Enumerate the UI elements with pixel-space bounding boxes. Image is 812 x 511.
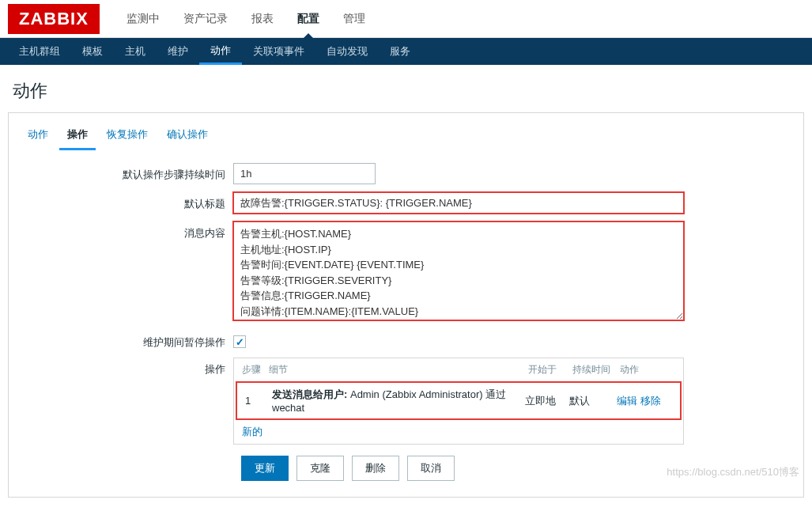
logo: ZABBIX bbox=[8, 4, 100, 34]
inner-tab[interactable]: 操作 bbox=[59, 121, 96, 150]
ops-row-start: 立即地 bbox=[525, 394, 569, 408]
delete-button[interactable]: 删除 bbox=[352, 456, 399, 481]
update-button[interactable]: 更新 bbox=[241, 456, 289, 481]
ops-row-step: 1 bbox=[245, 395, 272, 407]
clone-button[interactable]: 克隆 bbox=[296, 456, 344, 481]
inner-tab[interactable]: 确认操作 bbox=[159, 121, 216, 150]
top-nav-item[interactable]: 管理 bbox=[332, 1, 376, 37]
cancel-button[interactable]: 取消 bbox=[407, 456, 455, 481]
pause-label: 维护期间暂停操作 bbox=[20, 331, 233, 350]
ops-header-duration: 持续时间 bbox=[572, 363, 620, 377]
top-nav-item[interactable]: 资产记录 bbox=[172, 1, 239, 37]
inner-tab[interactable]: 恢复操作 bbox=[99, 121, 156, 150]
top-nav-item[interactable]: 监测中 bbox=[115, 1, 171, 37]
page-title: 动作 bbox=[0, 65, 812, 112]
duration-label: 默认操作步骤持续时间 bbox=[20, 163, 233, 182]
sub-nav: 主机群组模板主机维护动作关联项事件自动发现服务 bbox=[0, 38, 812, 65]
ops-table: 步骤 细节 开始于 持续时间 动作 1 发送消息给用户: Admin (Zabb… bbox=[233, 358, 684, 445]
edit-link[interactable]: 编辑 bbox=[617, 395, 637, 407]
sub-nav-item[interactable]: 关联项事件 bbox=[242, 38, 315, 65]
sub-nav-item[interactable]: 服务 bbox=[379, 38, 421, 65]
ops-row: 1 发送消息给用户: Admin (Zabbix Administrator) … bbox=[236, 381, 682, 420]
ops-header-step: 步骤 bbox=[242, 363, 269, 377]
ops-row-duration: 默认 bbox=[569, 394, 617, 408]
top-nav-item[interactable]: 配置 bbox=[286, 1, 330, 37]
inner-tabs: 动作操作恢复操作确认操作 bbox=[9, 113, 803, 150]
title-label: 默认标题 bbox=[20, 192, 233, 211]
sub-nav-item[interactable]: 动作 bbox=[199, 38, 242, 65]
inner-tab[interactable]: 动作 bbox=[20, 121, 56, 150]
content-panel: 动作操作恢复操作确认操作 默认操作步骤持续时间 默认标题 消息内容 维护期间暂停… bbox=[8, 112, 804, 498]
sub-nav-item[interactable]: 模板 bbox=[71, 38, 114, 65]
remove-link[interactable]: 移除 bbox=[640, 395, 661, 407]
message-textarea[interactable] bbox=[233, 221, 684, 320]
duration-input[interactable] bbox=[233, 163, 376, 184]
watermark: https://blog.csdn.net/510博客 bbox=[667, 465, 799, 479]
top-nav-item[interactable]: 报表 bbox=[240, 1, 285, 37]
sub-nav-item[interactable]: 维护 bbox=[157, 38, 199, 65]
ops-header-action: 动作 bbox=[620, 363, 675, 377]
sub-nav-item[interactable]: 主机群组 bbox=[8, 38, 71, 65]
top-nav: 监测中资产记录报表配置管理 bbox=[115, 1, 376, 37]
sub-nav-item[interactable]: 主机 bbox=[114, 38, 157, 65]
pause-checkbox[interactable] bbox=[233, 335, 246, 348]
ops-row-detail: 发送消息给用户: Admin (Zabbix Administrator) 通过… bbox=[272, 388, 525, 414]
message-label: 消息内容 bbox=[20, 221, 233, 240]
title-input[interactable] bbox=[233, 192, 684, 214]
sub-nav-item[interactable]: 自动发现 bbox=[315, 38, 379, 65]
new-link[interactable]: 新的 bbox=[242, 426, 262, 437]
ops-header-detail: 细节 bbox=[269, 363, 528, 377]
ops-label: 操作 bbox=[20, 358, 233, 377]
ops-header-start: 开始于 bbox=[528, 363, 572, 377]
